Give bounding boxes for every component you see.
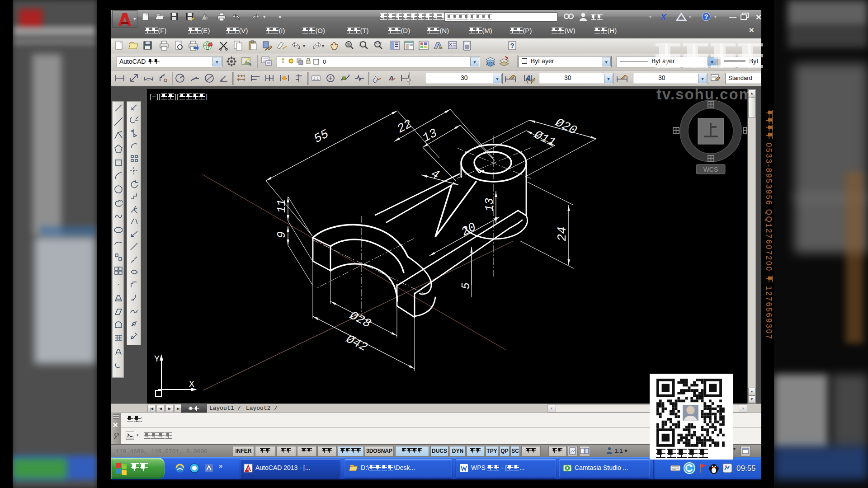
svg-text:±.1: ±.1 bbox=[313, 76, 319, 80]
svg-text:Ø20: Ø20 bbox=[553, 116, 579, 138]
svg-text:WCS: WCS bbox=[703, 166, 718, 173]
svg-text:22: 22 bbox=[395, 117, 415, 136]
svg-text:55: 55 bbox=[312, 127, 331, 146]
svg-text:13: 13 bbox=[420, 126, 440, 145]
svg-text:A: A bbox=[525, 74, 531, 83]
svg-text:?: ? bbox=[704, 13, 708, 20]
svg-text:5: 5 bbox=[460, 282, 473, 289]
svg-text:0: 0 bbox=[323, 58, 326, 65]
svg-text:24: 24 bbox=[556, 227, 569, 241]
svg-text:13: 13 bbox=[483, 198, 496, 211]
svg-text:Ø11: Ø11 bbox=[532, 128, 558, 150]
svg-text:⌒: ⌒ bbox=[146, 80, 150, 84]
svg-text:A: A bbox=[388, 74, 394, 82]
svg-text:X: X bbox=[189, 379, 194, 389]
svg-text:Y: Y bbox=[154, 354, 160, 364]
svg-text:11: 11 bbox=[275, 199, 288, 213]
svg-text:?: ? bbox=[510, 42, 514, 49]
svg-text:9: 9 bbox=[275, 231, 288, 238]
svg-text:Ø42: Ø42 bbox=[343, 332, 369, 354]
